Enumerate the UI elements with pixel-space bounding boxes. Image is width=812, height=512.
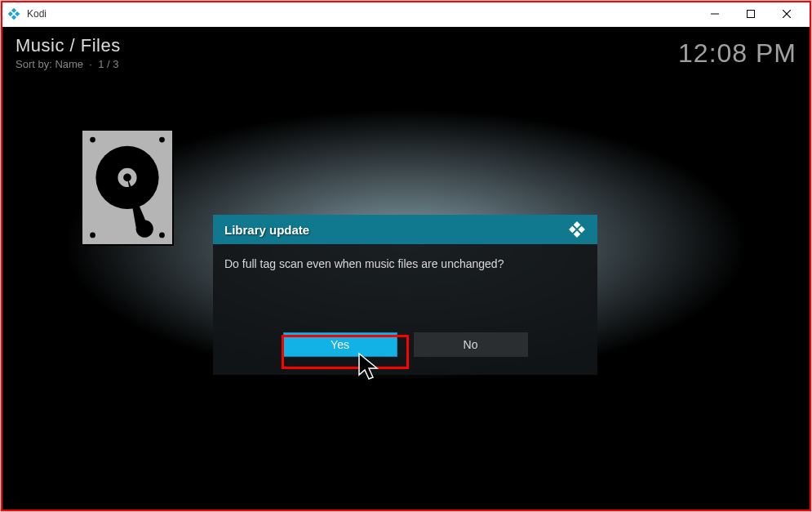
svg-rect-19 <box>578 226 584 233</box>
svg-point-12 <box>159 233 165 238</box>
svg-point-11 <box>90 233 95 238</box>
svg-rect-5 <box>748 10 755 17</box>
titlebar-title: Kodi <box>27 8 697 20</box>
svg-point-17 <box>136 220 153 238</box>
kodi-logo-icon <box>568 220 586 238</box>
dialog-message: Do full tag scan even when music files a… <box>224 257 586 270</box>
svg-rect-0 <box>11 7 16 12</box>
yes-button[interactable]: Yes <box>283 332 397 357</box>
minimize-button[interactable] <box>697 2 733 26</box>
svg-rect-3 <box>11 15 16 20</box>
svg-rect-21 <box>574 230 580 237</box>
close-button[interactable] <box>769 2 805 26</box>
kodi-icon <box>7 7 20 20</box>
svg-rect-20 <box>569 226 575 233</box>
titlebar: Kodi <box>1 1 811 27</box>
dialog-header: Library update <box>213 215 597 244</box>
item-count: 1 / 3 <box>98 58 118 70</box>
dialog-title: Library update <box>224 223 309 237</box>
dialog-body: Do full tag scan even when music files a… <box>213 244 597 375</box>
svg-point-10 <box>159 137 165 143</box>
svg-point-9 <box>90 137 95 143</box>
svg-rect-2 <box>8 11 13 16</box>
no-button[interactable]: No <box>414 332 528 357</box>
svg-rect-18 <box>574 221 580 228</box>
breadcrumb-sub: Sort by: Name · 1 / 3 <box>16 58 121 70</box>
breadcrumb-path: Music / Files <box>16 35 121 56</box>
dialog: Library update Do full tag scan even whe… <box>213 215 597 375</box>
dialog-button-row: Yes No <box>224 332 586 363</box>
sort-label[interactable]: Sort by: Name <box>16 58 83 70</box>
clock: 12:08 PM <box>678 38 796 69</box>
app-content: Music / Files Sort by: Name · 1 / 3 12:0… <box>1 27 811 511</box>
window-controls <box>697 2 805 26</box>
app-window: Kodi Music / Files Sort by: Name · 1 / 3… <box>0 0 812 512</box>
breadcrumb: Music / Files Sort by: Name · 1 / 3 <box>16 35 121 70</box>
hard-drive-icon[interactable] <box>81 129 174 246</box>
maximize-button[interactable] <box>733 2 769 26</box>
svg-point-15 <box>123 174 131 182</box>
separator: · <box>87 58 98 70</box>
svg-rect-1 <box>15 11 20 16</box>
